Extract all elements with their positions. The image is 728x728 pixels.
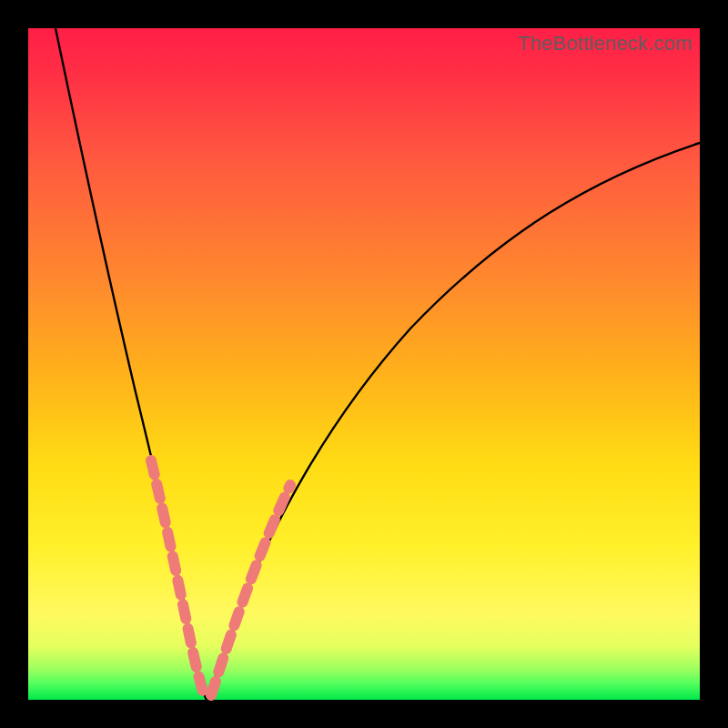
plot-area: TheBottleneck.com: [28, 28, 700, 700]
curve-layer: [28, 28, 700, 700]
bottleneck-curve-right: [207, 143, 700, 700]
marker-band-right: [211, 485, 290, 695]
chart-frame: TheBottleneck.com: [0, 0, 728, 728]
watermark-text: TheBottleneck.com: [518, 32, 693, 56]
marker-band-left: [151, 460, 205, 697]
